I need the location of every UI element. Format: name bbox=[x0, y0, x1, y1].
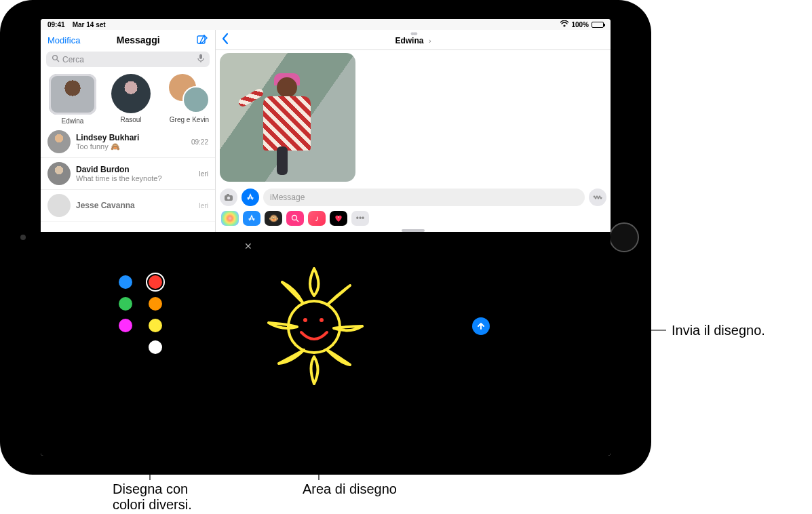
svg-rect-3 bbox=[199, 54, 202, 59]
svg-line-8 bbox=[296, 220, 298, 222]
pinned-label: Edwina bbox=[46, 117, 99, 125]
callout-colors: Disegna con colori diversi. bbox=[113, 481, 248, 513]
camera-button[interactable] bbox=[220, 189, 237, 206]
battery-icon bbox=[592, 22, 604, 28]
screen: 09:41 Mar 14 set 100% Modifica Messaggi bbox=[41, 19, 611, 456]
compose-button[interactable] bbox=[196, 34, 208, 46]
pinned-contact[interactable]: Edwina bbox=[46, 74, 99, 125]
conversation-snippet: Too funny 🙈 bbox=[76, 142, 186, 151]
svg-line-2 bbox=[57, 60, 59, 62]
conversation-name: David Burdon bbox=[76, 165, 193, 174]
message-placeholder: iMessage bbox=[270, 193, 305, 202]
hashtag-images-icon[interactable] bbox=[286, 211, 304, 226]
close-canvas-button[interactable]: ✕ bbox=[244, 241, 252, 251]
svg-point-1 bbox=[53, 56, 58, 60]
message-input-row: iMessage bbox=[216, 186, 611, 209]
sidebar-title: Messaggi bbox=[117, 35, 160, 45]
color-yellow[interactable] bbox=[149, 319, 162, 332]
callout-canvas: Area di disegno bbox=[303, 481, 397, 497]
pinned-label: Greg e Kevin bbox=[163, 116, 215, 123]
svg-point-10 bbox=[303, 318, 307, 322]
conversation-time: Ieri bbox=[199, 170, 208, 178]
search-input[interactable]: Cerca bbox=[46, 52, 210, 67]
appstore-app-icon[interactable] bbox=[243, 211, 260, 226]
color-blue[interactable] bbox=[119, 275, 132, 289]
digital-touch-app-icon[interactable] bbox=[330, 211, 347, 226]
color-white[interactable] bbox=[149, 340, 162, 354]
conversation-item[interactable]: David Burdon What time is the keynote? I… bbox=[41, 158, 215, 190]
home-button[interactable] bbox=[609, 222, 639, 252]
color-green[interactable] bbox=[119, 297, 132, 311]
battery-pct: 100% bbox=[571, 21, 589, 28]
conversation-name: Lindsey Bukhari bbox=[76, 133, 186, 142]
status-bar: 09:41 Mar 14 set 100% bbox=[41, 19, 611, 30]
music-app-icon[interactable]: ♪ bbox=[308, 211, 326, 226]
front-camera bbox=[20, 235, 26, 240]
svg-point-11 bbox=[320, 318, 324, 322]
status-date: Mar 14 set bbox=[73, 21, 106, 28]
app-store-button[interactable] bbox=[241, 189, 259, 206]
conversation-pane: Edwina › ••• bbox=[216, 30, 611, 232]
messages-app: Modifica Messaggi Cerca bbox=[41, 30, 611, 232]
app-strip: 🐵 ♪ ••• bbox=[216, 209, 611, 228]
conversation-snippet: What time is the keynote? bbox=[76, 174, 193, 182]
color-magenta[interactable] bbox=[119, 319, 132, 332]
drawing-canvas-wrap: ✕ bbox=[241, 240, 387, 422]
conversation-name: Jesse Cavanna bbox=[76, 201, 193, 210]
message-field[interactable]: iMessage bbox=[263, 189, 585, 206]
send-drawing-button[interactable] bbox=[472, 317, 490, 335]
ipad-frame: 09:41 Mar 14 set 100% Modifica Messaggi bbox=[0, 0, 651, 475]
search-icon bbox=[52, 54, 60, 64]
conversation-list[interactable]: Lindsey Bukhari Too funny 🙈 09:22 David … bbox=[41, 126, 215, 232]
conversation-time: 09:22 bbox=[191, 138, 208, 146]
photo-message[interactable] bbox=[220, 53, 355, 182]
memoji-app-icon[interactable]: 🐵 bbox=[265, 211, 282, 226]
edit-button[interactable]: Modifica bbox=[47, 35, 80, 45]
svg-point-7 bbox=[292, 216, 297, 220]
svg-point-6 bbox=[227, 197, 230, 199]
more-apps-icon[interactable]: ••• bbox=[351, 211, 369, 226]
color-orange[interactable] bbox=[149, 297, 162, 311]
photos-app-icon[interactable] bbox=[221, 211, 239, 226]
color-red[interactable] bbox=[149, 275, 162, 289]
pinned-label: Rasoul bbox=[104, 116, 157, 123]
chevron-right-icon: › bbox=[427, 37, 431, 45]
svg-rect-5 bbox=[227, 194, 229, 196]
digital-touch-panel: ✕ bbox=[41, 232, 611, 456]
status-time: 09:41 bbox=[47, 21, 65, 28]
dictate-icon[interactable] bbox=[197, 54, 204, 65]
grabber-icon[interactable]: ••• bbox=[410, 28, 416, 40]
conversation-body[interactable] bbox=[216, 50, 611, 186]
search-placeholder: Cerca bbox=[62, 55, 84, 64]
pinned-contact[interactable]: Greg e Kevin bbox=[163, 74, 215, 125]
conversation-title[interactable]: Edwina bbox=[395, 36, 423, 45]
conversation-item[interactable]: Lindsey Bukhari Too funny 🙈 09:22 bbox=[41, 126, 215, 158]
conversation-header: Edwina › ••• bbox=[216, 30, 611, 50]
drawing-canvas[interactable] bbox=[241, 255, 387, 422]
pinned-contact[interactable]: Rasoul bbox=[104, 74, 157, 125]
sidebar: Modifica Messaggi Cerca bbox=[41, 30, 216, 232]
pinned-row: Edwina Rasoul Greg e Kevin bbox=[41, 70, 215, 126]
color-palette bbox=[119, 275, 165, 354]
back-button[interactable] bbox=[221, 33, 229, 48]
conversation-item[interactable]: Jesse Cavanna Ieri bbox=[41, 190, 215, 222]
callout-send: Invia il disegno. bbox=[672, 323, 765, 338]
wifi-icon bbox=[560, 20, 568, 28]
svg-rect-0 bbox=[197, 36, 205, 43]
bracket-colors bbox=[117, 410, 183, 422]
audio-message-button[interactable] bbox=[589, 189, 606, 206]
conversation-time: Ieri bbox=[199, 202, 208, 210]
